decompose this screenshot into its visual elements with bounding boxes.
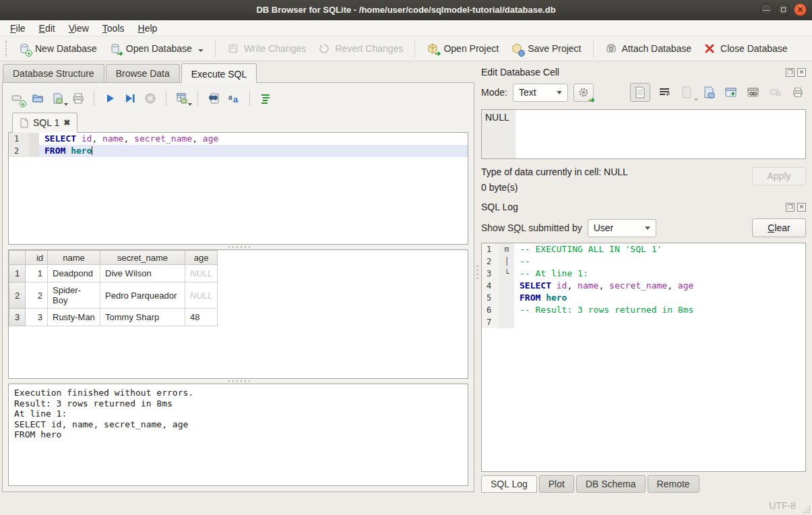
edit-cell-title: Edit Database Cell — [481, 67, 783, 78]
close-sql-tab-icon[interactable]: ✖ — [63, 118, 70, 127]
tab-browse-data[interactable]: Browse Data — [106, 64, 180, 82]
execute-all-icon[interactable] — [103, 92, 117, 105]
save-sql-dropdown-icon[interactable] — [64, 103, 68, 106]
float-dock-icon[interactable]: ❐ — [786, 68, 794, 77]
sql-doc-tab[interactable]: SQL 1 ✖ — [12, 113, 77, 133]
print-icon[interactable] — [71, 92, 85, 105]
filter-label: Show SQL submitted by — [481, 222, 582, 233]
export-results-icon[interactable] — [175, 92, 189, 105]
close-icon[interactable]: ✕ — [794, 3, 807, 16]
toolbar-separator — [414, 40, 415, 57]
submitter-select[interactable]: User — [588, 219, 656, 237]
column-header-secret_name[interactable]: secret_name — [100, 251, 185, 265]
table-cell[interactable]: Rusty-Man — [48, 309, 100, 326]
cell-type-info-row: Type of data currently in cell: NULL 0 b… — [481, 159, 806, 198]
text-document-icon[interactable] — [630, 83, 650, 102]
table-cell[interactable]: Deadpond — [48, 265, 100, 282]
maximize-icon[interactable] — [777, 3, 790, 16]
close-dock-icon[interactable]: ✕ — [797, 203, 806, 212]
word-wrap-icon[interactable] — [656, 84, 673, 100]
print-cell-icon[interactable] — [790, 84, 806, 100]
tab-plot[interactable]: Plot — [539, 475, 574, 493]
vertical-splitter[interactable] — [474, 62, 480, 496]
tab-execute-sql[interactable]: Execute SQL — [181, 63, 257, 83]
dock-tabbar: SQL Log Plot DB Schema Remote — [481, 472, 806, 496]
table-cell[interactable]: Dive Wilson — [100, 265, 185, 282]
link-icon[interactable] — [745, 84, 761, 100]
sql-log-view: 1⊟-- EXECUTING ALL IN 'SQL 1'2│--3└-- At… — [481, 243, 806, 472]
sql-editor[interactable]: 1SELECT id, name, secret_name, age2FROM … — [8, 132, 468, 245]
tab-sql-log[interactable]: SQL Log — [481, 475, 537, 493]
open-sql-file-icon[interactable] — [31, 92, 44, 105]
auto-format-icon[interactable] — [259, 92, 272, 105]
save-project-button[interactable]: Save Project — [505, 39, 587, 58]
table-cell[interactable]: Tommy Sharp — [100, 309, 185, 326]
float-dock-icon[interactable]: ❐ — [786, 203, 794, 212]
stop-icon[interactable] — [144, 92, 157, 105]
table-cell[interactable]: 3 — [26, 309, 48, 326]
resize-grip-icon[interactable] — [803, 506, 810, 513]
menu-help[interactable]: Help — [132, 22, 164, 35]
attach-database-button[interactable]: Attach Database — [599, 39, 698, 58]
new-database-button[interactable]: + New Database — [12, 39, 103, 58]
tab-remote[interactable]: Remote — [648, 475, 699, 493]
toolbar-separator — [197, 91, 198, 106]
open-database-dropdown-icon[interactable] — [198, 49, 204, 52]
horizontal-splitter[interactable] — [8, 379, 468, 384]
row-number[interactable]: 1 — [9, 265, 26, 282]
table-cell[interactable]: 1 — [26, 265, 48, 282]
menu-tools[interactable]: Tools — [96, 22, 131, 35]
results-table: idnamesecret_nameage11DeadpondDive Wilso… — [9, 250, 218, 326]
open-database-button[interactable]: ➜ Open Database — [103, 39, 210, 58]
titlebar[interactable]: DB Browser for SQLite - /home/user/code/… — [0, 0, 812, 20]
close-dock-icon[interactable]: ✕ — [797, 68, 806, 77]
write-changes-button[interactable]: Write Changes — [221, 39, 312, 58]
mode-select[interactable]: Text — [513, 84, 568, 102]
tab-db-schema[interactable]: DB Schema — [576, 475, 646, 493]
table-cell[interactable]: 48 — [185, 309, 218, 326]
save-sql-file-icon[interactable] — [51, 92, 65, 105]
close-database-button[interactable]: Close Database — [697, 39, 794, 58]
toolbar-separator — [215, 40, 216, 57]
row-number[interactable]: 3 — [9, 309, 26, 326]
apply-button[interactable]: Apply — [752, 167, 806, 185]
autodetect-type-button[interactable]: ➜ — [573, 84, 594, 102]
font-icon[interactable]: aa — [227, 92, 241, 105]
column-header-age[interactable]: age — [185, 251, 218, 265]
attach-database-icon — [605, 42, 617, 55]
import-file-icon[interactable] — [679, 84, 695, 100]
menu-file[interactable]: File — [4, 22, 32, 35]
find-icon[interactable] — [207, 92, 220, 105]
table-cell[interactable]: Spider-Boy — [48, 282, 100, 309]
table-cell[interactable]: NULL — [185, 282, 218, 309]
mode-label: Mode: — [481, 87, 507, 98]
toolbar-grip[interactable] — [5, 40, 9, 57]
external-edit-icon[interactable] — [723, 84, 739, 100]
left-pane: Database Structure Browse Data Execute S… — [0, 62, 474, 496]
execute-current-line-icon[interactable] — [123, 92, 137, 105]
minimize-icon[interactable]: — — [760, 3, 773, 16]
export-dropdown-icon[interactable] — [188, 103, 192, 106]
open-project-button[interactable]: ➜ Open Project — [420, 39, 505, 58]
table-cell[interactable]: NULL — [185, 265, 218, 282]
horizontal-splitter[interactable] — [8, 245, 468, 249]
set-null-icon[interactable] — [768, 84, 784, 100]
sql-doc-tabbar: SQL 1 ✖ — [8, 110, 468, 132]
table-cell[interactable]: Pedro Parqueador — [100, 282, 185, 309]
toolbar-separator — [249, 91, 250, 106]
menu-edit[interactable]: Edit — [33, 22, 61, 35]
save-as-icon[interactable] — [701, 84, 717, 100]
new-sql-tab-icon[interactable]: + — [11, 92, 24, 105]
column-header-id[interactable]: id — [26, 251, 48, 265]
menu-view[interactable]: View — [63, 22, 95, 35]
revert-changes-button[interactable]: Revert Changes — [312, 39, 409, 58]
table-cell[interactable]: 2 — [26, 282, 48, 309]
open-database-icon: ➜ — [109, 42, 121, 55]
clear-button[interactable]: Clear — [752, 218, 806, 237]
column-header-name[interactable]: name — [48, 251, 100, 265]
window-title: DB Browser for SQLite - /home/user/code/… — [256, 5, 555, 15]
tab-database-structure[interactable]: Database Structure — [3, 64, 104, 82]
cell-value-editor[interactable]: NULL — [481, 109, 806, 159]
corner-header[interactable] — [9, 251, 26, 265]
row-number[interactable]: 2 — [9, 282, 26, 309]
